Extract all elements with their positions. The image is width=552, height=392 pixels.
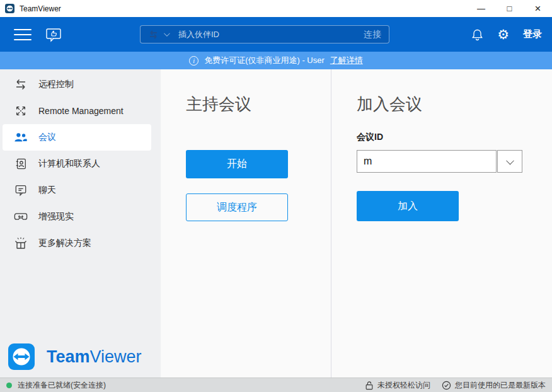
sidebar: 远程控制 Remote Management — [0, 69, 161, 378]
sidebar-item-label: 更多解决方案 — [38, 238, 91, 249]
window-controls: — □ × — [467, 0, 552, 17]
sidebar-item-remote-control[interactable]: 远程控制 — [3, 71, 151, 98]
notifications-bell-icon[interactable] — [471, 28, 483, 41]
status-bar: 连接准备已就绪(安全连接) 未授权轻松访问 您目前使用的已是最新版本 — [0, 378, 552, 392]
settings-gear-icon[interactable]: ⚙ — [497, 27, 509, 42]
sidebar-item-label: 会议 — [38, 132, 56, 143]
join-meeting-title: 加入会议 — [357, 93, 552, 115]
easy-access-status[interactable]: 未授权轻松访问 — [365, 380, 430, 391]
augmented-reality-icon — [14, 210, 28, 224]
connection-status: 连接准备已就绪(安全连接) — [6, 380, 106, 391]
status-green-dot-icon — [6, 383, 12, 388]
remote-control-icon — [14, 78, 28, 91]
feedback-icon[interactable] — [45, 27, 62, 42]
sidebar-item-label: Remote Management — [38, 106, 124, 116]
join-meeting-button[interactable]: 加入 — [357, 191, 459, 221]
host-meeting-panel: 主持会议 开始 调度程序 — [161, 69, 331, 378]
scheduler-button[interactable]: 调度程序 — [186, 193, 288, 221]
remote-management-icon — [14, 104, 28, 118]
sidebar-nav: 远程控制 Remote Management — [0, 69, 161, 257]
close-button[interactable]: × — [524, 0, 552, 17]
teamviewer-logo-icon — [8, 343, 35, 370]
sidebar-item-remote-management[interactable]: Remote Management — [3, 98, 151, 124]
easy-access-text: 未授权轻松访问 — [377, 380, 430, 391]
meeting-id-input[interactable] — [357, 150, 497, 173]
teamviewer-logo: TeamViewer — [8, 343, 142, 370]
status-right-cluster: 未授权轻松访问 您目前使用的已是最新版本 — [365, 380, 546, 391]
connection-status-text: 连接准备已就绪(安全连接) — [18, 380, 106, 391]
logo-text-bold: Team — [47, 347, 90, 366]
app-title: TeamViewer — [20, 4, 61, 13]
join-meeting-panel: 加入会议 会议ID 加入 — [331, 69, 552, 378]
sidebar-item-label: 计算机和联系人 — [38, 158, 100, 170]
connect-button[interactable]: 连接 — [364, 29, 381, 40]
meeting-id-label: 会议ID — [357, 132, 552, 143]
sidebar-item-chat[interactable]: 聊天 — [3, 177, 151, 204]
license-notification-bar: i 免费许可证(仅非商业用途) - User 了解详情 — [0, 52, 552, 69]
login-button[interactable]: 登录 — [523, 28, 542, 40]
swap-arrows-icon — [148, 30, 159, 39]
teamviewer-window: TeamViewer — □ × 插入伙伴ID 连接 — [0, 0, 552, 392]
partner-id-input[interactable]: 插入伙伴ID — [178, 29, 364, 40]
version-status[interactable]: 您目前使用的已是最新版本 — [442, 380, 546, 391]
minimize-button[interactable]: — — [467, 0, 495, 17]
meeting-id-dropdown-button[interactable] — [497, 150, 522, 173]
logo-text-regular: Viewer — [90, 347, 142, 366]
app-logo-icon — [5, 4, 14, 13]
chat-icon — [14, 183, 28, 197]
meeting-icon — [14, 130, 28, 144]
chevron-down-icon — [506, 156, 514, 164]
sidebar-item-computers-contacts[interactable]: 计算机和联系人 — [3, 151, 151, 177]
top-menu-bar: 插入伙伴ID 连接 ⚙ 登录 — [0, 17, 552, 52]
start-meeting-button[interactable]: 开始 — [186, 150, 288, 178]
meeting-id-row — [357, 150, 552, 173]
sidebar-item-augmented-reality[interactable]: 增强现实 — [3, 204, 151, 230]
info-icon: i — [189, 56, 198, 66]
contacts-icon — [14, 157, 28, 171]
main-body: 远程控制 Remote Management — [0, 69, 552, 378]
title-bar: TeamViewer — □ × — [0, 0, 552, 17]
license-message: 免费许可证(仅非商业用途) - User — [204, 55, 325, 66]
sidebar-item-more-solutions[interactable]: 更多解决方案 — [3, 230, 151, 257]
menu-icon[interactable] — [14, 29, 32, 40]
sidebar-item-label: 聊天 — [38, 185, 56, 196]
teamviewer-logo-text: TeamViewer — [47, 347, 142, 367]
sidebar-item-label: 增强现实 — [38, 211, 74, 222]
more-solutions-icon — [14, 236, 28, 250]
open-padlock-icon — [365, 381, 374, 390]
topbar-right-cluster: ⚙ 登录 — [471, 27, 544, 42]
version-text: 您目前使用的已是最新版本 — [455, 380, 546, 391]
chevron-down-icon[interactable] — [164, 30, 170, 37]
host-meeting-title: 主持会议 — [186, 93, 331, 115]
maximize-button[interactable]: □ — [495, 0, 524, 17]
sidebar-item-label: 远程控制 — [38, 79, 74, 90]
partner-id-box[interactable]: 插入伙伴ID 连接 — [140, 25, 389, 43]
sidebar-item-meeting[interactable]: 会议 — [3, 124, 151, 151]
check-circle-icon — [442, 381, 451, 390]
learn-more-link[interactable]: 了解详情 — [330, 55, 363, 66]
